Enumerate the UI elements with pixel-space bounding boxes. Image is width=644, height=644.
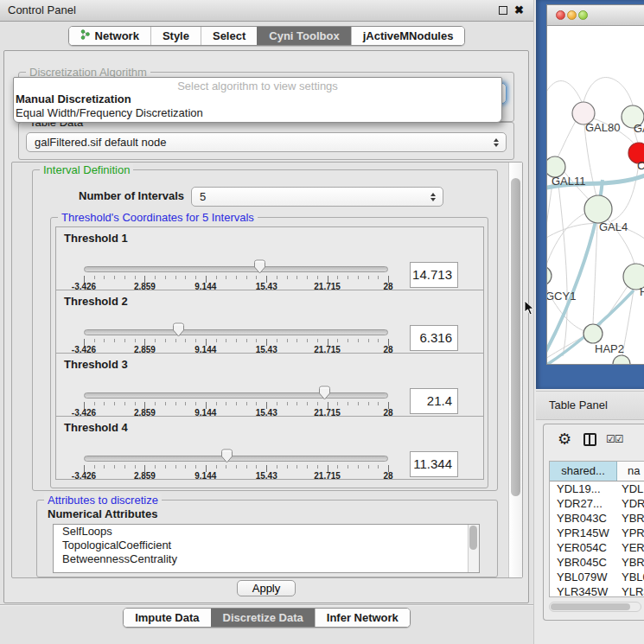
algorithm-option[interactable]: Equal Width/Frequency Discretization bbox=[14, 106, 501, 120]
table-row[interactable]: YPR145WYPR1 bbox=[550, 526, 644, 540]
cell-name: YBR0 bbox=[617, 511, 644, 526]
network-node-hap2[interactable] bbox=[583, 324, 603, 343]
table-row[interactable]: YER054CYER0 bbox=[550, 540, 644, 555]
network-icon bbox=[80, 29, 91, 42]
table-row[interactable]: YDL19...YDL1 bbox=[550, 481, 644, 496]
control-panel-titlebar: Control Panel ✖ bbox=[0, 0, 533, 22]
tab-label: Network bbox=[95, 29, 139, 42]
slider-track[interactable] bbox=[84, 456, 388, 462]
network-node[interactable] bbox=[613, 355, 630, 365]
network-canvas[interactable]: GAL80GAL11GAL4GCY1HHAP2GAC bbox=[547, 26, 644, 365]
threshold-value-field[interactable]: 14.713 bbox=[410, 262, 458, 288]
node-label: GAL80 bbox=[585, 121, 620, 134]
table-row[interactable]: YLR345WYLR3 bbox=[550, 584, 644, 597]
table-data-group: Table Data galFiltered.sif default node bbox=[18, 122, 514, 160]
attribute-item[interactable]: BetweennessCentrality bbox=[54, 552, 479, 566]
network-edge[interactable] bbox=[547, 177, 553, 281]
zoom-traffic-light-icon[interactable] bbox=[578, 10, 588, 20]
select-columns-icon[interactable]: ☑☑ bbox=[606, 433, 623, 445]
attribute-item[interactable]: TopologicalCoefficient bbox=[54, 539, 479, 552]
slider-track[interactable] bbox=[84, 266, 388, 272]
slider-track[interactable] bbox=[84, 392, 388, 399]
network-graph[interactable]: GAL80GAL11GAL4GCY1HHAP2GAC bbox=[547, 26, 644, 365]
interval-definition-group-title: Interval Definition bbox=[40, 163, 133, 176]
slider-thumb-icon[interactable] bbox=[220, 449, 233, 467]
threshold-slider[interactable]: -3.4262.8599.14415.4321.71528 bbox=[84, 290, 388, 353]
split-view-icon[interactable] bbox=[583, 433, 596, 446]
tab-network[interactable]: Network bbox=[69, 27, 150, 45]
chevron-updown-icon bbox=[494, 138, 499, 147]
node-label-clipped: C bbox=[637, 159, 644, 172]
algorithm-option[interactable]: Manual Discretization bbox=[14, 92, 501, 106]
bottom-tab-impute-data[interactable]: Impute Data bbox=[124, 609, 210, 627]
table-row[interactable]: YBR045CYBR0 bbox=[550, 555, 644, 570]
threshold-slider[interactable]: -3.4262.8599.14415.4321.71528 bbox=[84, 354, 388, 416]
vertical-scrollbar-thumb[interactable] bbox=[511, 178, 520, 496]
num-intervals-select[interactable]: 5 bbox=[191, 187, 443, 207]
tab-label: Style bbox=[163, 29, 189, 42]
network-edge[interactable] bbox=[611, 163, 639, 221]
threshold-value-field[interactable]: 6.316 bbox=[410, 325, 458, 351]
tab-jactivemnodules[interactable]: jActiveMNodules bbox=[351, 27, 465, 45]
cell-shared-name: YPR145W bbox=[550, 526, 617, 540]
node-label-clipped: GA bbox=[634, 122, 644, 135]
apply-row: Apply bbox=[4, 580, 528, 596]
bottom-tab-discretize-data[interactable]: Discretize Data bbox=[211, 609, 315, 627]
network-edge[interactable] bbox=[558, 177, 567, 356]
minimize-traffic-light-icon[interactable] bbox=[567, 10, 577, 20]
slider-thumb-icon[interactable] bbox=[172, 322, 185, 341]
threshold-value-field[interactable]: 11.344 bbox=[410, 451, 458, 477]
node-label: GAL11 bbox=[552, 175, 586, 188]
num-intervals-label: Number of Intervals bbox=[79, 189, 184, 202]
node-label: H bbox=[640, 285, 644, 298]
column-header-name[interactable]: na bbox=[617, 462, 644, 481]
list-scrollbar-thumb[interactable] bbox=[469, 526, 477, 550]
tab-label: Cyni Toolbox bbox=[269, 29, 339, 42]
num-intervals-value: 5 bbox=[200, 190, 206, 203]
network-edge[interactable] bbox=[593, 223, 597, 324]
close-traffic-light-icon[interactable] bbox=[556, 10, 565, 20]
tab-cyni-toolbox[interactable]: Cyni Toolbox bbox=[257, 27, 350, 45]
table-panel-title: Table Panel bbox=[549, 399, 608, 411]
vertical-scrollbar[interactable] bbox=[508, 163, 522, 577]
network-edge[interactable] bbox=[558, 121, 576, 157]
column-header-shared-name[interactable]: shared... bbox=[550, 462, 617, 481]
threshold-slider[interactable]: -3.4262.8599.14415.4321.71528 bbox=[84, 227, 388, 290]
network-node-gcy1[interactable] bbox=[547, 266, 552, 285]
slider-tick-labels: -3.4262.8599.14415.4321.71528 bbox=[84, 471, 388, 481]
network-node-gal4[interactable] bbox=[584, 195, 612, 223]
cell-name: YER0 bbox=[617, 540, 644, 555]
attribute-item[interactable]: SelfLoops bbox=[54, 525, 479, 539]
horizontal-scrollbar-thumb[interactable] bbox=[551, 603, 630, 610]
apply-button[interactable]: Apply bbox=[237, 580, 296, 596]
numerical-attributes-list[interactable]: SelfLoopsTopologicalCoefficientBetweenne… bbox=[53, 524, 480, 573]
algorithm-popup-prompt: Select algorithm to view settings bbox=[14, 78, 501, 92]
close-icon[interactable]: ✖ bbox=[514, 3, 524, 16]
tab-select[interactable]: Select bbox=[201, 27, 257, 45]
gear-icon[interactable]: ⚙ bbox=[558, 430, 571, 449]
table-row[interactable]: YDR27...YDR2 bbox=[550, 496, 644, 511]
cell-name: YBR0 bbox=[617, 555, 644, 570]
cell-shared-name: YLR345W bbox=[550, 584, 617, 597]
table-panel: ⚙ ☑☑ shared... na YDL19...YDL1YDR27...YD… bbox=[543, 424, 644, 621]
mouse-cursor-icon bbox=[524, 300, 535, 320]
network-edge[interactable] bbox=[547, 213, 586, 267]
threshold-slider[interactable]: -3.4262.8599.14415.4321.71528 bbox=[84, 417, 388, 479]
float-window-icon[interactable] bbox=[499, 6, 507, 15]
bottom-tabs-row: Impute DataDiscretize DataInfer Network bbox=[0, 608, 533, 628]
table-row[interactable]: YBR043CYBR0 bbox=[550, 511, 644, 526]
tab-style[interactable]: Style bbox=[150, 27, 201, 45]
table-data-select[interactable]: galFiltered.sif default node bbox=[26, 132, 507, 152]
table-header-row: shared... na bbox=[550, 462, 644, 481]
slider-thumb-icon[interactable] bbox=[318, 386, 331, 404]
threshold-panel: Threshold 3 -3.4262.8599.14415.4321.7152… bbox=[55, 353, 484, 417]
network-edge[interactable] bbox=[583, 78, 633, 105]
horizontal-scrollbar[interactable] bbox=[549, 602, 641, 612]
threshold-value-field[interactable]: 21.4 bbox=[410, 388, 458, 414]
list-scrollbar[interactable] bbox=[468, 525, 479, 572]
slider-track[interactable] bbox=[84, 329, 388, 335]
table-row[interactable]: YBL079WYBL0 bbox=[550, 570, 644, 584]
bottom-tab-infer-network[interactable]: Infer Network bbox=[315, 609, 410, 627]
slider-thumb-icon[interactable] bbox=[253, 259, 266, 277]
chevron-updown-icon bbox=[430, 193, 436, 201]
